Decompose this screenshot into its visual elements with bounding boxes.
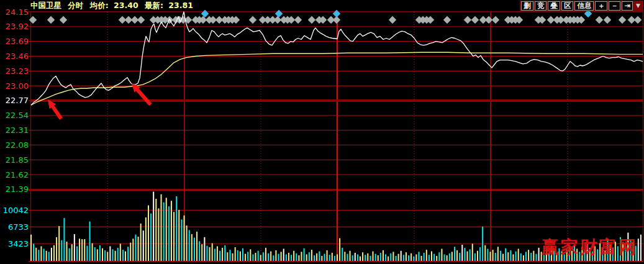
volume-bar	[410, 253, 412, 261]
info-button[interactable]: 信息	[574, 1, 594, 11]
volume-bar	[365, 255, 366, 261]
chart-header: 中国卫星 分时 均价: 23.40 最新: 23.81	[30, 1, 197, 11]
signal-diamond-icon	[29, 16, 37, 24]
bid-button[interactable]: 竞	[535, 1, 547, 11]
volume-bar	[143, 230, 144, 261]
volume-bar	[362, 252, 363, 261]
volume-bar	[127, 247, 129, 261]
zoom-in-button[interactable]: ＋	[595, 1, 607, 11]
volume-bar	[638, 239, 639, 261]
volume-bar	[528, 250, 529, 261]
volume-bar	[339, 238, 340, 261]
avg-price-label: 均价:	[90, 1, 109, 10]
volume-bar	[204, 237, 205, 261]
volume-bar	[502, 254, 504, 261]
volume-bar	[347, 254, 348, 261]
volume-bar	[367, 253, 368, 261]
dropdown-button[interactable]: ▼	[634, 1, 642, 11]
volume-bar	[263, 252, 264, 261]
volume-bar	[191, 234, 193, 261]
price-axis-label: 22.31	[6, 125, 29, 135]
volume-bar	[120, 244, 121, 261]
overlay-button[interactable]: 叠	[548, 1, 560, 11]
delete-button[interactable]: 删	[521, 1, 533, 11]
price-axis-label: 23.46	[6, 52, 29, 61]
volume-bar	[206, 246, 207, 261]
volume-bar	[426, 250, 427, 261]
volume-bar	[48, 252, 50, 261]
volume-bar	[469, 249, 471, 261]
volume-bar	[392, 252, 394, 261]
volume-axis-label: 6733	[8, 222, 29, 232]
volume-bar	[94, 247, 96, 261]
volume-bar	[150, 214, 152, 261]
zone-button[interactable]: 区	[561, 1, 574, 11]
volume-bar	[431, 252, 432, 261]
signal-diamond-icon	[634, 16, 642, 24]
volume-bar	[314, 255, 315, 261]
volume-bar	[255, 253, 256, 261]
signal-diamond-icon	[471, 16, 479, 24]
price-axis-label: 24.15	[6, 7, 29, 17]
volume-bar	[273, 255, 274, 261]
volume-bar	[224, 245, 225, 261]
volume-bar	[117, 248, 119, 261]
volume-bar	[424, 253, 425, 261]
volume-bar	[316, 253, 317, 261]
price-axis-label: 21.39	[6, 184, 29, 194]
volume-bar	[145, 217, 147, 261]
volume-bar	[69, 248, 70, 261]
volume-bar	[510, 250, 511, 261]
volume-bar	[403, 255, 404, 261]
volume-bar	[433, 254, 435, 261]
volume-bar	[58, 226, 60, 261]
volume-bar	[640, 235, 642, 261]
signal-diamond-icon	[492, 16, 499, 24]
volume-bar	[329, 255, 330, 261]
signal-diamond-icon	[47, 16, 55, 24]
volume-bar	[76, 246, 78, 261]
period-label: 分时	[68, 1, 83, 10]
volume-bar	[265, 248, 266, 261]
volume-bar	[181, 219, 182, 261]
volume-bar	[38, 250, 39, 261]
volume-bar	[383, 250, 384, 261]
volume-bar	[173, 212, 175, 261]
volume-bar	[525, 252, 527, 261]
volume-bar	[482, 227, 483, 261]
volume-bar	[401, 251, 402, 261]
avg-price-value: 23.40	[114, 1, 138, 10]
volume-bar	[293, 251, 294, 261]
volume-bar	[163, 203, 165, 261]
signal-diamond-icon	[389, 16, 396, 24]
volume-bar	[176, 196, 177, 261]
volume-bar	[286, 254, 287, 261]
volume-bar	[92, 244, 93, 261]
price-axis-label: 23.23	[6, 66, 29, 76]
volume-bar	[97, 249, 98, 261]
volume-bar	[429, 255, 430, 261]
volume-bar	[413, 257, 414, 261]
volume-bar	[441, 248, 442, 261]
volume-bar	[337, 254, 338, 261]
zoom-out-button[interactable]: －	[609, 1, 621, 11]
volume-bar	[178, 210, 179, 261]
volume-bar	[415, 254, 417, 261]
signal-diamond-icon	[60, 16, 67, 24]
volume-bar	[357, 254, 358, 261]
volume-bar	[125, 252, 126, 261]
volume-bar	[222, 248, 223, 261]
volume-bar	[344, 252, 345, 261]
volume-bar	[252, 254, 253, 261]
volume-bar	[99, 245, 101, 261]
volume-bar	[378, 255, 379, 261]
last-price-label: 最新:	[145, 1, 163, 10]
jump-to-end-button[interactable]: ⇥	[622, 1, 633, 11]
intraday-chart-canvas[interactable]: 24.1523.9223.6923.4623.2323.0022.7722.54…	[0, 0, 644, 264]
volume-bar	[219, 251, 220, 261]
volume-bar	[474, 253, 476, 261]
volume-bar	[63, 218, 65, 261]
volume-bar	[487, 248, 488, 261]
signal-diamond-icon	[443, 16, 451, 24]
volume-axis-label: 10042	[3, 206, 29, 215]
